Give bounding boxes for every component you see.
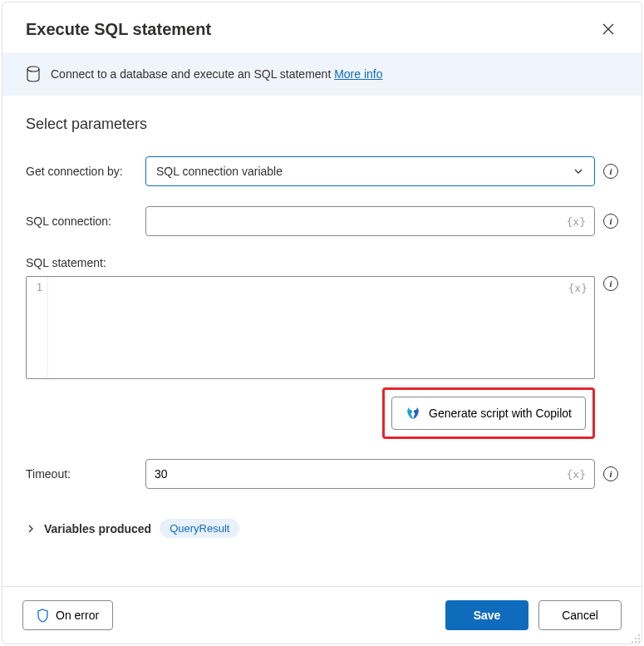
code-gutter: 1 — [27, 277, 48, 378]
get-connection-by-row: Get connection by: SQL connection variab… — [26, 156, 618, 186]
variable-picker-icon[interactable]: {x} — [568, 282, 587, 294]
resize-grip[interactable] — [631, 633, 641, 643]
svg-point-6 — [635, 638, 637, 639]
svg-point-5 — [638, 634, 640, 636]
get-connection-by-info-icon[interactable]: i — [603, 164, 618, 179]
variables-produced-row: Variables produced QueryResult — [26, 519, 618, 538]
variable-picker-icon[interactable]: {x} — [567, 468, 586, 481]
generate-script-copilot-button[interactable]: Generate script with Copilot — [391, 397, 586, 430]
chevron-down-icon — [573, 165, 584, 177]
timeout-row: Timeout: {x} i — [26, 459, 618, 489]
svg-point-8 — [632, 641, 633, 643]
variable-badge-queryresult[interactable]: QueryResult — [160, 519, 239, 538]
variables-produced-label: Variables produced — [44, 522, 151, 535]
close-button[interactable] — [598, 19, 618, 39]
timeout-info-icon[interactable]: i — [603, 466, 618, 481]
close-icon — [602, 22, 615, 36]
variable-picker-icon[interactable]: {x} — [567, 215, 586, 228]
sql-statement-block: SQL statement: 1 {x} i — [26, 256, 618, 379]
sql-connection-label: SQL connection: — [26, 215, 139, 228]
svg-point-4 — [414, 410, 417, 413]
sql-statement-editor[interactable]: 1 {x} — [26, 276, 595, 379]
dialog-title: Execute SQL statement — [26, 20, 211, 39]
info-banner: Connect to a database and execute an SQL… — [2, 52, 642, 96]
timeout-input-wrapper: {x} — [145, 459, 595, 489]
sql-connection-row: SQL connection: {x} i — [26, 206, 618, 236]
info-banner-message: Connect to a database and execute an SQL… — [51, 67, 334, 81]
get-connection-by-select[interactable]: SQL connection variable — [145, 156, 595, 186]
copilot-button-label: Generate script with Copilot — [429, 407, 572, 420]
svg-point-3 — [409, 410, 412, 413]
section-title: Select parameters — [26, 116, 618, 133]
copilot-icon — [406, 406, 420, 421]
sql-statement-info-icon[interactable]: i — [603, 276, 618, 291]
variables-expand-toggle[interactable] — [26, 524, 36, 534]
dialog-footer: On error Save Cancel — [2, 586, 642, 644]
execute-sql-dialog: Execute SQL statement Connect to a datab… — [2, 2, 642, 644]
database-icon — [26, 66, 41, 82]
code-area[interactable]: {x} — [48, 277, 594, 378]
sql-statement-label: SQL statement: — [26, 256, 106, 269]
save-button[interactable]: Save — [445, 600, 528, 630]
get-connection-by-value: SQL connection variable — [156, 165, 283, 178]
cancel-button[interactable]: Cancel — [538, 600, 622, 630]
copilot-row: Generate script with Copilot — [26, 387, 618, 439]
shield-icon — [37, 609, 49, 623]
on-error-button[interactable]: On error — [22, 600, 113, 630]
copilot-highlight-box: Generate script with Copilot — [382, 387, 595, 439]
svg-point-10 — [638, 641, 640, 643]
svg-point-2 — [27, 67, 39, 72]
timeout-label: Timeout: — [26, 467, 139, 481]
sql-connection-info-icon[interactable]: i — [603, 214, 618, 229]
info-banner-text: Connect to a database and execute an SQL… — [51, 67, 383, 81]
timeout-input[interactable] — [155, 467, 567, 481]
sql-connection-input-wrapper: {x} — [145, 206, 595, 236]
sql-connection-input[interactable] — [155, 215, 567, 228]
chevron-right-icon — [26, 524, 36, 534]
svg-point-9 — [635, 641, 637, 643]
dialog-content: Select parameters Get connection by: SQL… — [2, 96, 642, 586]
get-connection-by-label: Get connection by: — [26, 165, 139, 178]
footer-actions: Save Cancel — [445, 600, 622, 630]
more-info-link[interactable]: More info — [334, 67, 382, 81]
on-error-label: On error — [56, 609, 99, 622]
dialog-header: Execute SQL statement — [2, 2, 642, 52]
svg-point-7 — [638, 638, 640, 639]
